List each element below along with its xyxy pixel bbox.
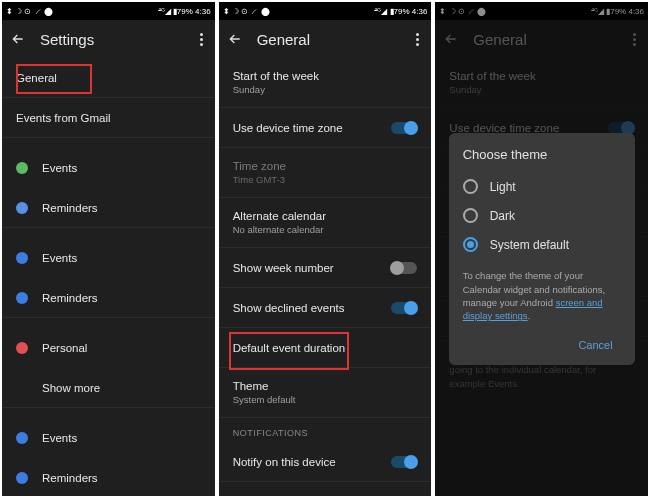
dialog-title: Choose theme bbox=[463, 147, 621, 162]
settings-list: General Events from Gmail Events Reminde… bbox=[2, 58, 215, 496]
toggle-icon[interactable] bbox=[391, 262, 417, 274]
screen-settings: ⬍ ☽ ⊙ ⟋ ⬤ ⁴ᴳ◢ ▮79% 4:36 Settings General… bbox=[2, 2, 215, 496]
color-dot bbox=[16, 292, 28, 304]
row-declined[interactable]: Show declined events bbox=[219, 288, 432, 328]
row-start-week[interactable]: Start of the weekSunday bbox=[219, 58, 432, 108]
general-list: Start of the weekSunday Use device time … bbox=[219, 58, 432, 496]
dialog-actions: Cancel bbox=[463, 333, 621, 357]
page-title: General bbox=[257, 31, 399, 48]
color-dot bbox=[16, 252, 28, 264]
status-right: ⁴ᴳ◢ ▮79% 4:36 bbox=[158, 7, 211, 16]
color-dot bbox=[16, 162, 28, 174]
row-general[interactable]: General bbox=[2, 58, 215, 98]
row-events-gmail[interactable]: Events from Gmail bbox=[2, 98, 215, 138]
radio-dark[interactable]: Dark bbox=[463, 201, 621, 230]
back-icon[interactable] bbox=[227, 31, 243, 47]
radio-system[interactable]: System default bbox=[463, 230, 621, 259]
status-bar: ⬍ ☽ ⊙ ⟋ ⬤ ⁴ᴳ◢ ▮79% 4:36 bbox=[219, 2, 432, 20]
row-show-more[interactable]: Show more bbox=[2, 368, 215, 408]
screen-theme-dialog: ⬍ ☽ ⊙ ⟋ ⬤ ⁴ᴳ◢ ▮79% 4:36 General Start of… bbox=[435, 2, 648, 496]
row-timezone: Time zoneTime GMT-3 bbox=[219, 148, 432, 198]
color-dot bbox=[16, 472, 28, 484]
more-icon[interactable] bbox=[196, 29, 207, 50]
color-dot bbox=[16, 342, 28, 354]
screen-general: ⬍ ☽ ⊙ ⟋ ⬤ ⁴ᴳ◢ ▮79% 4:36 General Start of… bbox=[219, 2, 432, 496]
row-alt-cal[interactable]: Alternate calendarNo alternate calendar bbox=[219, 198, 432, 248]
cal-row[interactable]: Events bbox=[2, 238, 215, 278]
cal-row[interactable]: Reminders bbox=[2, 278, 215, 318]
row-week-num[interactable]: Show week number bbox=[219, 248, 432, 288]
cal-row[interactable]: Reminders bbox=[2, 458, 215, 496]
cal-row[interactable]: Events bbox=[2, 418, 215, 458]
radio-icon bbox=[463, 208, 478, 223]
color-dot bbox=[16, 202, 28, 214]
cal-row[interactable]: Reminders bbox=[2, 188, 215, 228]
page-title: Settings bbox=[40, 31, 182, 48]
row-cal-notif[interactable]: Calendar notifications bbox=[219, 482, 432, 496]
back-icon[interactable] bbox=[10, 31, 26, 47]
toggle-icon[interactable] bbox=[391, 302, 417, 314]
cal-row[interactable]: Events bbox=[2, 148, 215, 188]
app-bar: General bbox=[219, 20, 432, 58]
toggle-icon[interactable] bbox=[391, 456, 417, 468]
color-dot bbox=[16, 432, 28, 444]
app-bar: Settings bbox=[2, 20, 215, 58]
status-bar: ⬍ ☽ ⊙ ⟋ ⬤ ⁴ᴳ◢ ▮79% 4:36 bbox=[2, 2, 215, 20]
more-icon[interactable] bbox=[412, 29, 423, 50]
radio-icon bbox=[463, 237, 478, 252]
status-left: ⬍ ☽ ⊙ ⟋ ⬤ bbox=[6, 7, 53, 16]
row-duration[interactable]: Default event duration bbox=[219, 328, 432, 368]
cancel-button[interactable]: Cancel bbox=[570, 333, 620, 357]
row-theme[interactable]: ThemeSystem default bbox=[219, 368, 432, 418]
section-notifications: NOTIFICATIONS bbox=[219, 418, 432, 442]
dialog-backdrop[interactable]: Choose theme Light Dark System default T… bbox=[435, 2, 648, 496]
row-notify[interactable]: Notify on this device bbox=[219, 442, 432, 482]
cal-row[interactable]: Personal bbox=[2, 328, 215, 368]
row-device-tz[interactable]: Use device time zone bbox=[219, 108, 432, 148]
theme-dialog: Choose theme Light Dark System default T… bbox=[449, 133, 635, 364]
dialog-body: To change the theme of your Calendar wid… bbox=[463, 269, 621, 322]
status-left: ⬍ ☽ ⊙ ⟋ ⬤ bbox=[223, 7, 270, 16]
radio-light[interactable]: Light bbox=[463, 172, 621, 201]
radio-icon bbox=[463, 179, 478, 194]
status-right: ⁴ᴳ◢ ▮79% 4:36 bbox=[374, 7, 427, 16]
toggle-icon[interactable] bbox=[391, 122, 417, 134]
